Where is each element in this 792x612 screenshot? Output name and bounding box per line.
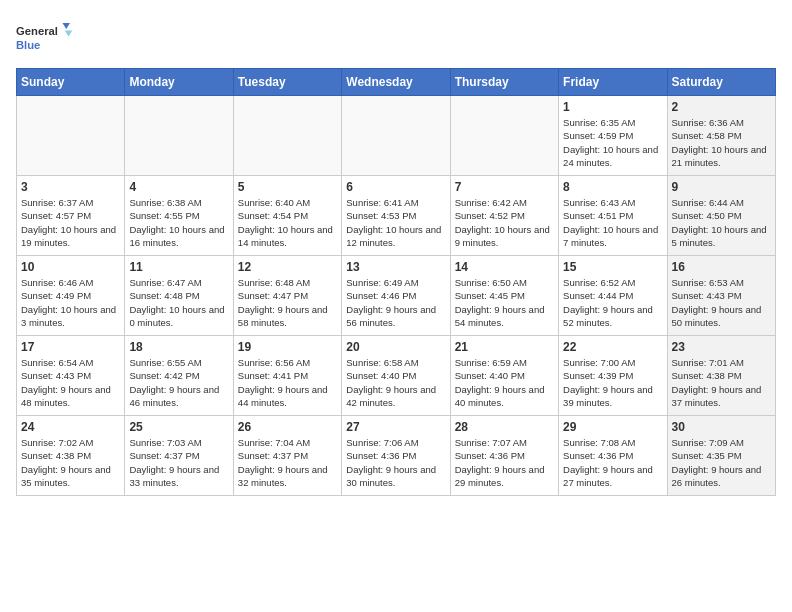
calendar-cell: 8Sunrise: 6:43 AM Sunset: 4:51 PM Daylig…	[559, 176, 667, 256]
day-info: Sunrise: 6:52 AM Sunset: 4:44 PM Dayligh…	[563, 276, 662, 329]
day-number: 5	[238, 180, 337, 194]
calendar-table: SundayMondayTuesdayWednesdayThursdayFrid…	[16, 68, 776, 496]
day-header-thursday: Thursday	[450, 69, 558, 96]
day-number: 20	[346, 340, 445, 354]
day-info: Sunrise: 6:37 AM Sunset: 4:57 PM Dayligh…	[21, 196, 120, 249]
day-number: 14	[455, 260, 554, 274]
day-info: Sunrise: 6:38 AM Sunset: 4:55 PM Dayligh…	[129, 196, 228, 249]
calendar-cell: 22Sunrise: 7:00 AM Sunset: 4:39 PM Dayli…	[559, 336, 667, 416]
day-header-saturday: Saturday	[667, 69, 775, 96]
calendar-cell: 15Sunrise: 6:52 AM Sunset: 4:44 PM Dayli…	[559, 256, 667, 336]
day-number: 27	[346, 420, 445, 434]
day-number: 23	[672, 340, 771, 354]
day-number: 30	[672, 420, 771, 434]
logo: General Blue	[16, 16, 76, 60]
day-info: Sunrise: 6:49 AM Sunset: 4:46 PM Dayligh…	[346, 276, 445, 329]
calendar-week-row: 24Sunrise: 7:02 AM Sunset: 4:38 PM Dayli…	[17, 416, 776, 496]
day-number: 24	[21, 420, 120, 434]
calendar-cell: 17Sunrise: 6:54 AM Sunset: 4:43 PM Dayli…	[17, 336, 125, 416]
day-number: 26	[238, 420, 337, 434]
day-info: Sunrise: 6:54 AM Sunset: 4:43 PM Dayligh…	[21, 356, 120, 409]
day-number: 4	[129, 180, 228, 194]
day-header-friday: Friday	[559, 69, 667, 96]
day-number: 1	[563, 100, 662, 114]
day-number: 12	[238, 260, 337, 274]
day-header-monday: Monday	[125, 69, 233, 96]
calendar-cell: 5Sunrise: 6:40 AM Sunset: 4:54 PM Daylig…	[233, 176, 341, 256]
calendar-cell	[125, 96, 233, 176]
day-header-tuesday: Tuesday	[233, 69, 341, 96]
svg-marker-2	[63, 23, 71, 29]
header: General Blue	[16, 16, 776, 60]
calendar-cell: 29Sunrise: 7:08 AM Sunset: 4:36 PM Dayli…	[559, 416, 667, 496]
day-info: Sunrise: 7:07 AM Sunset: 4:36 PM Dayligh…	[455, 436, 554, 489]
day-number: 6	[346, 180, 445, 194]
calendar-cell: 23Sunrise: 7:01 AM Sunset: 4:38 PM Dayli…	[667, 336, 775, 416]
calendar-cell	[233, 96, 341, 176]
calendar-cell: 27Sunrise: 7:06 AM Sunset: 4:36 PM Dayli…	[342, 416, 450, 496]
day-info: Sunrise: 7:02 AM Sunset: 4:38 PM Dayligh…	[21, 436, 120, 489]
calendar-cell: 4Sunrise: 6:38 AM Sunset: 4:55 PM Daylig…	[125, 176, 233, 256]
day-number: 29	[563, 420, 662, 434]
day-info: Sunrise: 6:46 AM Sunset: 4:49 PM Dayligh…	[21, 276, 120, 329]
day-info: Sunrise: 7:03 AM Sunset: 4:37 PM Dayligh…	[129, 436, 228, 489]
day-info: Sunrise: 6:47 AM Sunset: 4:48 PM Dayligh…	[129, 276, 228, 329]
day-number: 15	[563, 260, 662, 274]
day-info: Sunrise: 7:00 AM Sunset: 4:39 PM Dayligh…	[563, 356, 662, 409]
calendar-cell: 13Sunrise: 6:49 AM Sunset: 4:46 PM Dayli…	[342, 256, 450, 336]
calendar-cell: 3Sunrise: 6:37 AM Sunset: 4:57 PM Daylig…	[17, 176, 125, 256]
svg-text:Blue: Blue	[16, 39, 40, 51]
calendar-cell: 30Sunrise: 7:09 AM Sunset: 4:35 PM Dayli…	[667, 416, 775, 496]
day-number: 9	[672, 180, 771, 194]
calendar-cell	[17, 96, 125, 176]
calendar-cell	[342, 96, 450, 176]
calendar-cell: 25Sunrise: 7:03 AM Sunset: 4:37 PM Dayli…	[125, 416, 233, 496]
day-number: 18	[129, 340, 228, 354]
day-info: Sunrise: 6:43 AM Sunset: 4:51 PM Dayligh…	[563, 196, 662, 249]
day-number: 28	[455, 420, 554, 434]
day-number: 16	[672, 260, 771, 274]
day-number: 22	[563, 340, 662, 354]
calendar-cell: 24Sunrise: 7:02 AM Sunset: 4:38 PM Dayli…	[17, 416, 125, 496]
calendar-cell: 19Sunrise: 6:56 AM Sunset: 4:41 PM Dayli…	[233, 336, 341, 416]
calendar-cell: 18Sunrise: 6:55 AM Sunset: 4:42 PM Dayli…	[125, 336, 233, 416]
day-info: Sunrise: 6:35 AM Sunset: 4:59 PM Dayligh…	[563, 116, 662, 169]
day-info: Sunrise: 7:06 AM Sunset: 4:36 PM Dayligh…	[346, 436, 445, 489]
day-number: 11	[129, 260, 228, 274]
day-info: Sunrise: 6:50 AM Sunset: 4:45 PM Dayligh…	[455, 276, 554, 329]
calendar-cell	[450, 96, 558, 176]
day-info: Sunrise: 7:04 AM Sunset: 4:37 PM Dayligh…	[238, 436, 337, 489]
day-header-sunday: Sunday	[17, 69, 125, 96]
day-info: Sunrise: 7:01 AM Sunset: 4:38 PM Dayligh…	[672, 356, 771, 409]
day-info: Sunrise: 7:09 AM Sunset: 4:35 PM Dayligh…	[672, 436, 771, 489]
day-number: 19	[238, 340, 337, 354]
day-number: 25	[129, 420, 228, 434]
day-info: Sunrise: 6:55 AM Sunset: 4:42 PM Dayligh…	[129, 356, 228, 409]
day-info: Sunrise: 6:40 AM Sunset: 4:54 PM Dayligh…	[238, 196, 337, 249]
calendar-cell: 28Sunrise: 7:07 AM Sunset: 4:36 PM Dayli…	[450, 416, 558, 496]
day-info: Sunrise: 6:42 AM Sunset: 4:52 PM Dayligh…	[455, 196, 554, 249]
calendar-cell: 10Sunrise: 6:46 AM Sunset: 4:49 PM Dayli…	[17, 256, 125, 336]
svg-marker-3	[65, 31, 73, 37]
svg-text:General: General	[16, 25, 58, 37]
day-info: Sunrise: 6:48 AM Sunset: 4:47 PM Dayligh…	[238, 276, 337, 329]
day-number: 7	[455, 180, 554, 194]
day-info: Sunrise: 6:58 AM Sunset: 4:40 PM Dayligh…	[346, 356, 445, 409]
calendar-header-row: SundayMondayTuesdayWednesdayThursdayFrid…	[17, 69, 776, 96]
calendar-week-row: 3Sunrise: 6:37 AM Sunset: 4:57 PM Daylig…	[17, 176, 776, 256]
calendar-cell: 20Sunrise: 6:58 AM Sunset: 4:40 PM Dayli…	[342, 336, 450, 416]
calendar-cell: 12Sunrise: 6:48 AM Sunset: 4:47 PM Dayli…	[233, 256, 341, 336]
day-info: Sunrise: 6:56 AM Sunset: 4:41 PM Dayligh…	[238, 356, 337, 409]
calendar-week-row: 17Sunrise: 6:54 AM Sunset: 4:43 PM Dayli…	[17, 336, 776, 416]
calendar-cell: 2Sunrise: 6:36 AM Sunset: 4:58 PM Daylig…	[667, 96, 775, 176]
day-number: 13	[346, 260, 445, 274]
day-number: 8	[563, 180, 662, 194]
day-info: Sunrise: 6:44 AM Sunset: 4:50 PM Dayligh…	[672, 196, 771, 249]
calendar-cell: 21Sunrise: 6:59 AM Sunset: 4:40 PM Dayli…	[450, 336, 558, 416]
logo-svg: General Blue	[16, 16, 76, 60]
calendar-cell: 1Sunrise: 6:35 AM Sunset: 4:59 PM Daylig…	[559, 96, 667, 176]
calendar-week-row: 10Sunrise: 6:46 AM Sunset: 4:49 PM Dayli…	[17, 256, 776, 336]
day-info: Sunrise: 6:53 AM Sunset: 4:43 PM Dayligh…	[672, 276, 771, 329]
calendar-cell: 11Sunrise: 6:47 AM Sunset: 4:48 PM Dayli…	[125, 256, 233, 336]
day-number: 21	[455, 340, 554, 354]
